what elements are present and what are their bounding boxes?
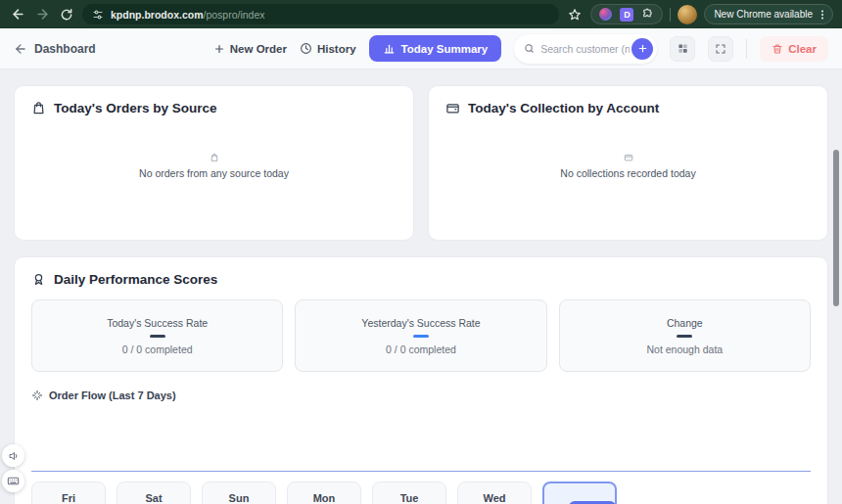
chrome-update-button[interactable]: New Chrome available	[704, 4, 833, 24]
metric-subtext: 0 / 0 completed	[386, 344, 456, 355]
scrollbar-thumb[interactable]	[833, 150, 839, 306]
app-toolbar: Dashboard New Order History Today Summar…	[0, 28, 842, 69]
extensions-puzzle-icon[interactable]	[641, 8, 654, 21]
fullscreen-button[interactable]	[708, 36, 733, 62]
bar-chart-icon	[383, 42, 396, 55]
trash-icon	[772, 43, 783, 55]
speaker-button[interactable]	[2, 444, 24, 467]
metric-subtext: 0 / 0 completed	[122, 344, 193, 355]
day-card[interactable]: Tue0%	[372, 481, 446, 504]
daily-performance-card: Daily Performance Scores Today's Success…	[14, 256, 828, 504]
reload-icon[interactable]	[58, 6, 75, 23]
extension-d-icon[interactable]: D	[620, 8, 633, 22]
search-icon	[524, 42, 535, 55]
award-icon	[31, 272, 46, 287]
empty-wallet-icon	[624, 153, 633, 162]
today-summary-button[interactable]: Today Summary	[369, 35, 502, 62]
keyboard-icon	[7, 475, 20, 487]
forward-icon[interactable]	[33, 6, 51, 23]
metric-label: Yesterday's Success Rate	[361, 317, 480, 329]
collections-card-title: Today's Collection by Account	[468, 101, 659, 115]
orders-by-source-card: Today's Orders by Source No orders from …	[14, 85, 414, 241]
order-flow-days: Fri0%Sat0%Sun0%Mon0%Tue0%Wed0%ThuToday	[31, 481, 811, 504]
day-label: Mon	[313, 492, 336, 504]
performance-metric-card: Yesterday's Success Rate0 / 0 completed	[295, 299, 546, 372]
grid-icon	[678, 43, 688, 54]
dashboard-back-link[interactable]: Dashboard	[14, 42, 96, 56]
extension-icon[interactable]	[599, 8, 612, 21]
fullscreen-icon	[715, 43, 726, 55]
performance-cards: Today's Success Rate0 / 0 completedYeste…	[31, 299, 811, 372]
day-label: Fri	[62, 492, 75, 504]
site-settings-icon[interactable]	[92, 9, 104, 21]
day-label: Sun	[229, 492, 250, 504]
day-card[interactable]: Wed0%	[457, 481, 532, 504]
back-icon[interactable]	[9, 6, 26, 23]
browser-top-bar: kpdnp.brodox.com/pospro/index D New Chro…	[0, 0, 842, 28]
day-label: Wed	[483, 492, 505, 504]
extensions-group: D	[590, 4, 663, 24]
url-text: kpdnp.brodox.com/pospro/index	[111, 9, 265, 21]
customer-search	[514, 34, 657, 64]
spark-icon	[31, 389, 43, 401]
metric-value-dash	[677, 335, 692, 338]
metric-label: Today's Success Rate	[107, 317, 208, 329]
day-card-today[interactable]: ThuToday	[542, 481, 617, 504]
page-content: Today's Orders by Source No orders from …	[0, 69, 842, 504]
performance-metric-card: ChangeNot enough data	[559, 299, 811, 372]
new-order-button[interactable]: New Order	[213, 43, 287, 55]
url-bar[interactable]: kpdnp.brodox.com/pospro/index	[82, 4, 559, 24]
empty-bag-icon	[210, 153, 219, 162]
toolbar-divider	[746, 39, 747, 59]
orders-empty-message: No orders from any source today	[139, 167, 289, 179]
day-label: Sat	[145, 492, 162, 504]
order-flow-title: Order Flow (Last 7 Days)	[49, 389, 176, 401]
toolbar-separator	[670, 8, 671, 22]
performance-title: Daily Performance Scores	[54, 272, 217, 287]
clear-button[interactable]: Clear	[760, 36, 828, 62]
collections-empty-message: No collections recorded today	[560, 167, 695, 179]
day-card[interactable]: Sat0%	[117, 481, 191, 504]
history-button[interactable]: History	[300, 42, 356, 55]
keyboard-button[interactable]	[2, 470, 24, 492]
profile-avatar[interactable]	[678, 5, 697, 24]
day-card[interactable]: Mon0%	[287, 481, 361, 504]
grid-view-button[interactable]	[670, 36, 695, 62]
back-arrow-icon	[14, 42, 27, 56]
search-input[interactable]	[540, 43, 630, 55]
plus-icon	[213, 43, 225, 55]
orders-card-title: Today's Orders by Source	[54, 101, 217, 115]
order-flow-chart	[31, 401, 811, 472]
day-label: Tue	[400, 492, 419, 504]
metric-label: Change	[667, 317, 703, 329]
bookmark-star-icon[interactable]	[566, 6, 584, 23]
add-customer-button[interactable]	[632, 38, 653, 60]
wallet-icon	[445, 101, 460, 115]
day-card[interactable]: Sun0%	[202, 481, 276, 504]
collections-by-account-card: Today's Collection by Account No collect…	[428, 85, 828, 241]
metric-subtext: Not enough data	[646, 344, 723, 355]
clock-icon	[300, 42, 312, 55]
speaker-icon	[8, 450, 20, 462]
orders-empty-state: No orders from any source today	[15, 153, 413, 179]
shopping-bag-icon	[31, 101, 46, 115]
plus-icon	[637, 43, 648, 54]
collections-empty-state: No collections recorded today	[429, 153, 827, 179]
performance-metric-card: Today's Success Rate0 / 0 completed	[31, 299, 283, 372]
metric-value-dash	[413, 335, 429, 338]
metric-value-dash	[150, 335, 165, 338]
menu-dots-icon	[817, 9, 828, 21]
day-card[interactable]: Fri0%	[31, 481, 106, 504]
